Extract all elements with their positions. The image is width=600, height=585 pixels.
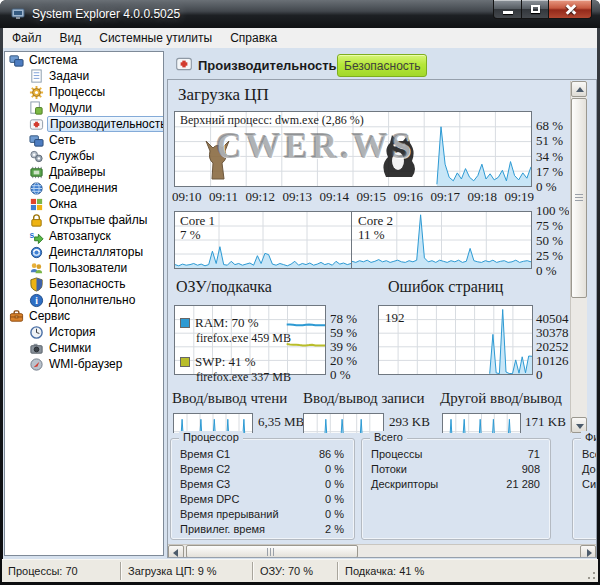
camera-icon	[29, 341, 44, 356]
core1-value: 7 %	[180, 228, 215, 242]
sidebar-item-tasks[interactable]: Задачи	[5, 68, 163, 84]
stats-group-title: Всего	[370, 431, 407, 443]
sidebar-item-snapshots[interactable]: Снимки	[5, 340, 163, 356]
core2-name: Core 2	[358, 214, 393, 228]
resize-grip[interactable]	[584, 568, 596, 580]
stats-group-2: ФизичВсегоДостуСисте	[572, 438, 597, 540]
stats-group-1: ВсегоПроцессы71Потоки908Дескрипторы21 28…	[361, 438, 551, 540]
sidebar-item-label: Безопасность	[49, 277, 126, 291]
menubar: ФайлВидСистемные утилитыСправка	[3, 28, 597, 48]
vertical-scrollbar-thumb[interactable]	[571, 98, 587, 298]
memory-section-title: ОЗУ/подкачка	[176, 278, 272, 296]
shield-icon	[29, 277, 44, 292]
stats-panel: ПроцессорВремя C186 %Время C20 %Время C3…	[168, 434, 597, 544]
computers-icon	[29, 133, 44, 148]
sidebar-item-security[interactable]: Безопасность	[5, 276, 163, 292]
sidebar-item-performance[interactable]: Производительность	[5, 116, 163, 132]
sidebar-item-connections[interactable]: Соединения	[5, 180, 163, 196]
sidebar-item-label: Модули	[49, 101, 92, 115]
legend-color-swatch	[180, 318, 190, 328]
stats-row-value: 2 %	[325, 522, 344, 537]
sidebar-item-label: Автозапуск	[49, 229, 111, 243]
sidebar-item-processes[interactable]: Процессы	[5, 84, 163, 100]
vertical-scrollbar[interactable]	[570, 81, 587, 433]
titlebar[interactable]: System Explorer 4.0.0.5025	[0, 0, 600, 28]
thumb-grip-icon	[575, 194, 583, 202]
statusbar-panel-0: Процессы: 70	[8, 565, 78, 577]
firstaid-icon	[29, 117, 44, 132]
sidebar-item-users[interactable]: Пользователи	[5, 260, 163, 276]
core1-name: Core 1	[180, 214, 215, 228]
page-title: Производительность	[198, 58, 337, 73]
legend-process: firefox.exe 459 MB	[196, 331, 300, 346]
io-value-0: 6,35 MB	[258, 414, 304, 430]
menu-item-1[interactable]: Вид	[51, 29, 91, 47]
memory-y-label: 59 %	[330, 327, 357, 339]
io-value-1: 293 KB	[389, 414, 430, 430]
svg-text:i: i	[35, 296, 38, 306]
minimize-button[interactable]	[493, 0, 522, 19]
sidebar-item-label: Сервис	[29, 309, 70, 323]
performance-panel: Загрузка ЦП Верхний процесс: dwm.exe (2,…	[167, 79, 597, 558]
memory-y-axis-labels: 78 %59 %39 %20 %0 %	[330, 313, 357, 381]
menu-item-3[interactable]: Справка	[221, 29, 286, 47]
legend-label: RAM: 70 %	[195, 315, 259, 331]
horizontal-scrollbar[interactable]	[168, 544, 596, 558]
menu-item-2[interactable]: Системные утилиты	[90, 29, 221, 47]
legend-color-swatch	[180, 357, 190, 367]
sidebar-item-network[interactable]: Сеть	[5, 132, 163, 148]
scroll-up-button[interactable]	[571, 81, 587, 97]
statusbar-separator	[337, 562, 338, 580]
sidebar-item-drivers[interactable]: Драйверы	[5, 164, 163, 180]
globe-icon	[29, 181, 44, 196]
stats-rows: Процессы71Потоки908Дескрипторы21 280	[362, 447, 550, 492]
close-button[interactable]	[548, 0, 592, 19]
sidebar-item-services[interactable]: Службы	[5, 148, 163, 164]
memory-y-label: 20 %	[330, 355, 357, 367]
tasks-icon	[29, 69, 44, 84]
memory-y-label: 39 %	[330, 341, 357, 353]
security-button[interactable]: Безопасность	[337, 54, 427, 77]
stats-row-label: Время прерываний	[180, 507, 279, 522]
sidebar-item-label: Снимки	[49, 341, 91, 355]
autorun-icon: s	[29, 229, 44, 244]
sidebar-item-autorun[interactable]: sАвтозапуск	[5, 228, 163, 244]
sidebar-item-service[interactable]: Сервис	[5, 308, 163, 324]
statusbar: Процессы: 70Загрузка ЦП: 9 %ОЗУ: 70 %Под…	[2, 559, 598, 582]
page-faults-y-label: 0	[536, 369, 569, 381]
chip-icon	[29, 165, 44, 180]
caption-buttons	[494, 0, 592, 19]
stats-row: Систе	[573, 477, 597, 492]
cpu-y-axis-labels: 68 %51 %34 %17 %0 %	[536, 120, 563, 193]
arrow-left-icon	[173, 549, 178, 557]
sidebar-item-history[interactable]: История	[5, 324, 163, 340]
sidebar-item-windows[interactable]: Окна	[5, 196, 163, 212]
legend-item-0: RAM: 70 %firefox.exe 459 MB	[180, 315, 300, 346]
wmi-icon	[29, 357, 44, 372]
core2-label: Core 211 %	[358, 214, 393, 242]
cores-y-label: 50 %	[536, 235, 569, 247]
sidebar-item-uninstallers[interactable]: Деинсталляторы	[5, 244, 163, 260]
cores-y-label: 25 %	[536, 250, 569, 262]
svg-text:s: s	[29, 230, 34, 240]
sidebar-item-label: История	[49, 325, 96, 339]
stats-row-value: 71	[528, 447, 540, 462]
page-faults-y-label: 30378	[536, 327, 569, 339]
horizontal-scrollbar-thumb[interactable]	[186, 545, 358, 558]
core1-label: Core 17 %	[180, 214, 215, 242]
sidebar-item-modules[interactable]: Модули	[5, 100, 163, 116]
scroll-right-button[interactable]	[580, 545, 596, 558]
scroll-left-button[interactable]	[168, 545, 184, 558]
legend-label: SWP: 41 %	[195, 354, 256, 370]
menu-item-0[interactable]: Файл	[3, 29, 51, 47]
maximize-button[interactable]	[521, 0, 549, 19]
cores-y-label: 100 %	[536, 205, 569, 217]
sidebar-item-label: Дополнительно	[49, 293, 135, 307]
sidebar-item-advanced[interactable]: iДополнительно	[5, 292, 163, 308]
clock-icon	[29, 325, 44, 340]
sidebar-item-wmi-browser[interactable]: WMI-браузер	[5, 356, 163, 372]
cpu-x-label: 09:18	[467, 189, 497, 205]
cpu-x-label: 09:19	[504, 189, 534, 205]
sidebar-item-open-files[interactable]: Открытые файлы	[5, 212, 163, 228]
sidebar-item-system[interactable]: Система	[5, 52, 163, 68]
